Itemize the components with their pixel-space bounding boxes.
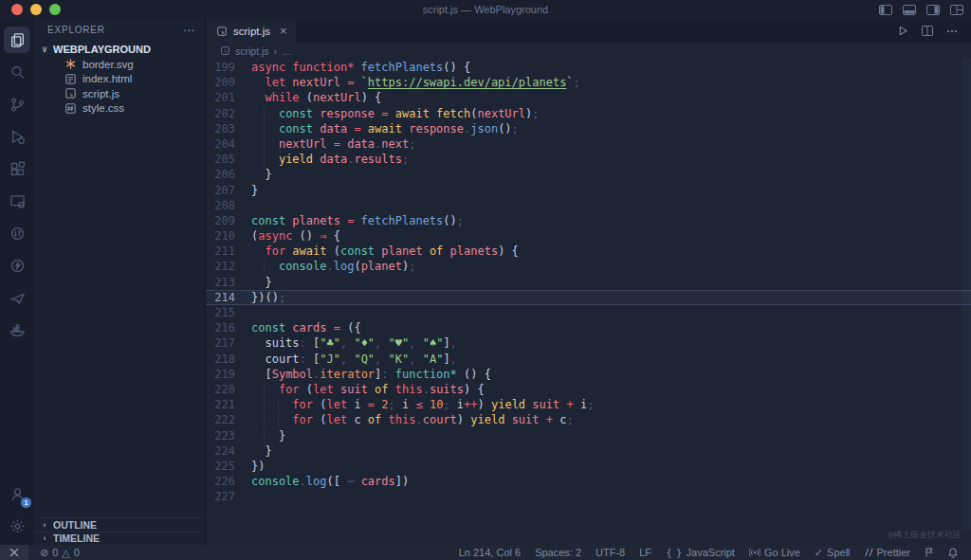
outline-section[interactable]: › OUTLINE (34, 517, 205, 532)
spell-checker-status[interactable]: ✓ Spell (811, 547, 854, 559)
code-line[interactable]: 199async function* fetchPlanets() { (206, 60, 971, 75)
warning-count: 0 (74, 547, 80, 558)
paper-plane-icon[interactable] (4, 284, 30, 311)
toggle-secondary-sidebar-icon[interactable] (926, 5, 940, 15)
notifications-bell-icon[interactable] (944, 548, 962, 558)
docker-icon[interactable] (4, 316, 30, 343)
more-actions-icon[interactable] (946, 29, 958, 33)
line-number: 225 (206, 459, 235, 474)
encoding[interactable]: UTF-8 (592, 547, 629, 558)
file-script-js[interactable]: s script.js (34, 86, 205, 101)
code-line[interactable]: 214})(); (206, 290, 971, 305)
code-line[interactable]: 209const planets = fetchPlanets(); (206, 213, 971, 228)
error-icon: ⊘ (40, 547, 48, 559)
code-line[interactable]: 204 nextUrl = data.next; (206, 136, 971, 152)
double-slash-icon (865, 548, 873, 557)
code-line[interactable]: 223 } (206, 428, 971, 443)
line-number: 199 (206, 60, 235, 75)
code-line[interactable]: 226console.log([ ⋯ cards]) (206, 474, 971, 489)
section-label: TIMELINE (53, 533, 100, 544)
live-preview-icon[interactable] (4, 188, 30, 214)
run-file-icon[interactable] (898, 26, 908, 36)
code-line[interactable]: 203 const data = await response.json(); (206, 121, 971, 136)
timeline-section[interactable]: › TIMELINE (34, 532, 205, 546)
code-line[interactable]: 224 } (206, 443, 971, 459)
prettier-status[interactable]: Prettier (861, 547, 914, 558)
language-mode[interactable]: { } JavaScript (662, 547, 739, 559)
split-editor-icon[interactable] (922, 26, 933, 36)
folder-webplayground[interactable]: ∨ WEBPLAYGROUND (34, 41, 205, 57)
code-line[interactable]: 206 } (206, 167, 971, 182)
code-line[interactable]: 215 (206, 305, 971, 320)
line-number: 219 (206, 367, 235, 382)
code-line[interactable]: 221 for (let i = 2; i ≤ 10; i++) yield s… (206, 397, 971, 412)
customize-layout-icon[interactable] (950, 5, 963, 15)
file-name: index.html (82, 73, 132, 84)
breadcrumb[interactable]: s script.js › … (206, 43, 971, 59)
code-line[interactable]: 208 (206, 198, 971, 213)
minimize-window-button[interactable] (30, 4, 42, 15)
indentation[interactable]: Spaces: 2 (531, 547, 585, 558)
accounts-icon[interactable]: 1 (4, 480, 30, 507)
line-number: 208 (206, 198, 235, 213)
eol-sequence[interactable]: LF (635, 547, 655, 558)
code-line[interactable]: 227 (206, 489, 971, 504)
explorer-icon[interactable] (4, 27, 30, 53)
line-number: 207 (206, 183, 235, 198)
file-border-svg[interactable]: border.svg (34, 57, 205, 72)
run-and-debug-icon[interactable] (4, 123, 30, 150)
title-bar: script.js — WebPlayground (0, 0, 971, 19)
breadcrumb-more[interactable]: … (282, 45, 292, 57)
zoom-window-button[interactable] (49, 4, 61, 15)
code-line[interactable]: 213 } (206, 275, 971, 290)
line-number: 226 (206, 474, 235, 489)
svg-file-icon (64, 58, 77, 70)
explorer-header: EXPLORER (47, 25, 183, 35)
close-tab-icon[interactable]: × (280, 24, 287, 38)
remote-indicator[interactable] (0, 545, 28, 560)
settings-gear-icon[interactable] (4, 513, 30, 539)
editor-pane: s script.js × s script.js › … 199async f… (206, 19, 971, 545)
code-line[interactable]: 205 yield data.results; (206, 152, 971, 167)
go-live-button[interactable]: Go Live (745, 547, 804, 558)
problems-indicator[interactable]: ⊘ 0 △ 0 (36, 547, 83, 559)
chevron-right-icon: › (40, 533, 49, 543)
sync-icon[interactable] (4, 220, 30, 246)
close-window-button[interactable] (11, 4, 23, 15)
code-line[interactable]: 201 while (nextUrl) { (206, 90, 971, 105)
code-line[interactable]: 212 console.log(planet); (206, 259, 971, 274)
code-line[interactable]: 211 for await (const planet of planets) … (206, 244, 971, 259)
toggle-panel-icon[interactable] (903, 5, 916, 15)
code-line[interactable]: 210(async () ⇒ { (206, 228, 971, 244)
editor-scrollbar[interactable] (962, 59, 971, 531)
code-line[interactable]: 220 for (let suit of this.suits) { (206, 382, 971, 397)
extensions-icon[interactable] (4, 155, 30, 182)
svg-text:s: s (70, 91, 74, 98)
code-line[interactable]: 219 [Symbol.iterator]: function* () { (206, 367, 971, 382)
source-control-icon[interactable] (4, 91, 30, 117)
explorer-more-actions-icon[interactable]: ⋯ (183, 24, 195, 37)
line-number: 203 (206, 121, 235, 136)
chevron-down-icon: ∨ (40, 45, 49, 54)
code-line[interactable]: 202 const response = await fetch(nextUrl… (206, 106, 971, 121)
code-line[interactable]: 207} (206, 183, 971, 198)
line-number: 211 (206, 244, 235, 259)
line-number: 200 (206, 75, 235, 90)
file-style-css[interactable]: style.css (34, 101, 205, 117)
toggle-primary-sidebar-icon[interactable] (879, 5, 892, 15)
code-lines: 199async function* fetchPlanets() {200 l… (206, 60, 971, 504)
breadcrumb-file[interactable]: script.js (235, 45, 269, 57)
code-line[interactable]: 225}) (206, 459, 971, 474)
code-line[interactable]: 200 let nextUrl = `https://swapi.dev/api… (206, 75, 971, 90)
code-line[interactable]: 216const cards = ({ (206, 320, 971, 335)
tab-script-js[interactable]: s script.js × (206, 19, 298, 43)
code-editor[interactable]: 199async function* fetchPlanets() {200 l… (206, 59, 971, 545)
file-index-html[interactable]: index.html (34, 72, 205, 87)
cursor-position[interactable]: Ln 214, Col 6 (455, 547, 524, 558)
thunder-client-icon[interactable] (4, 252, 30, 279)
code-line[interactable]: 222 for (let c of this.court) yield suit… (206, 412, 971, 427)
code-line[interactable]: 217 suits: ["♣", "♦", "♥", "♠"], (206, 335, 971, 351)
feedback-icon[interactable] (921, 548, 938, 557)
search-icon[interactable] (4, 59, 30, 85)
code-line[interactable]: 218 court: ["J", "Q", "K", "A"], (206, 352, 971, 367)
